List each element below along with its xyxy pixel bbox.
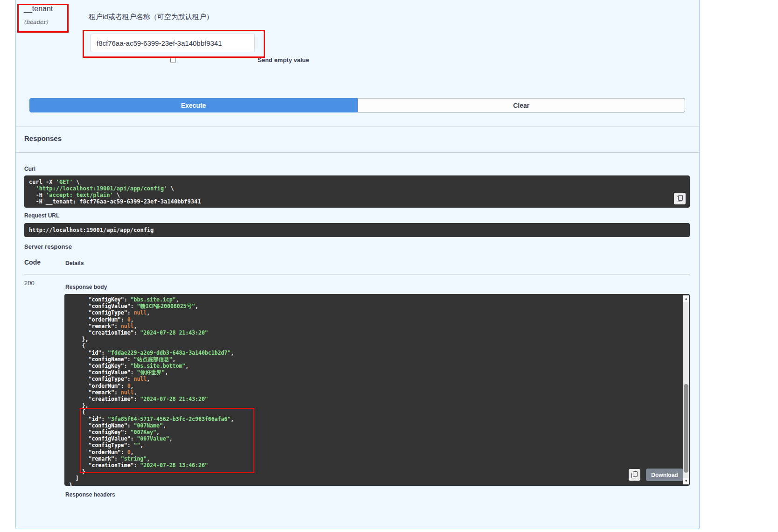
- send-empty-label: Send empty value: [258, 56, 309, 63]
- table-header-divider: [24, 274, 690, 274]
- send-empty-checkbox[interactable]: [170, 57, 176, 63]
- download-button[interactable]: Download: [646, 469, 683, 481]
- tenant-value-input[interactable]: [91, 34, 255, 52]
- swagger-ui-screen: __tenant (header) 租户id或者租户名称（可空为默认租户） Se…: [0, 0, 778, 532]
- copy-icon[interactable]: [674, 193, 686, 204]
- parameter-location: (header): [24, 19, 48, 25]
- request-url-label: Request URL: [24, 212, 59, 219]
- scrollbar[interactable]: [683, 295, 689, 484]
- code-column-header: Code: [24, 259, 41, 266]
- clipboard-icon: [631, 471, 638, 478]
- response-headers-label: Response headers: [65, 491, 115, 498]
- clipboard-icon: [677, 195, 683, 202]
- curl-label: Curl: [24, 166, 35, 172]
- responses-top-divider: [16, 126, 699, 127]
- response-body-code: "configKey": "bbs.site.icp", "configValu…: [69, 296, 234, 486]
- details-column-header: Details: [65, 260, 84, 266]
- response-body-block: "configKey": "bbs.site.icp", "configValu…: [64, 294, 690, 486]
- execute-button[interactable]: Execute: [29, 98, 357, 112]
- parameter-name: __tenant: [24, 5, 53, 13]
- clear-button[interactable]: Clear: [357, 98, 685, 112]
- copy-icon[interactable]: [629, 469, 640, 481]
- scroll-up-arrow-icon[interactable]: [683, 295, 689, 302]
- curl-command: curl -X 'GET' \ 'http://localhost:19001/…: [29, 179, 685, 205]
- curl-block: curl -X 'GET' \ 'http://localhost:19001/…: [24, 175, 690, 208]
- status-code: 200: [24, 280, 35, 287]
- responses-title: Responses: [24, 134, 62, 142]
- request-url-value: http://localhost:19001/api/app/config: [24, 223, 690, 237]
- scroll-down-arrow-icon[interactable]: [683, 478, 689, 484]
- operation-panel: __tenant (header) 租户id或者租户名称（可空为默认租户） Se…: [15, 0, 700, 529]
- responses-bottom-divider: [16, 152, 699, 153]
- parameter-description: 租户id或者租户名称（可空为默认租户）: [89, 13, 213, 21]
- scrollbar-thumb[interactable]: [684, 384, 688, 473]
- server-response-label: Server response: [24, 243, 72, 250]
- response-body-label: Response body: [65, 284, 107, 290]
